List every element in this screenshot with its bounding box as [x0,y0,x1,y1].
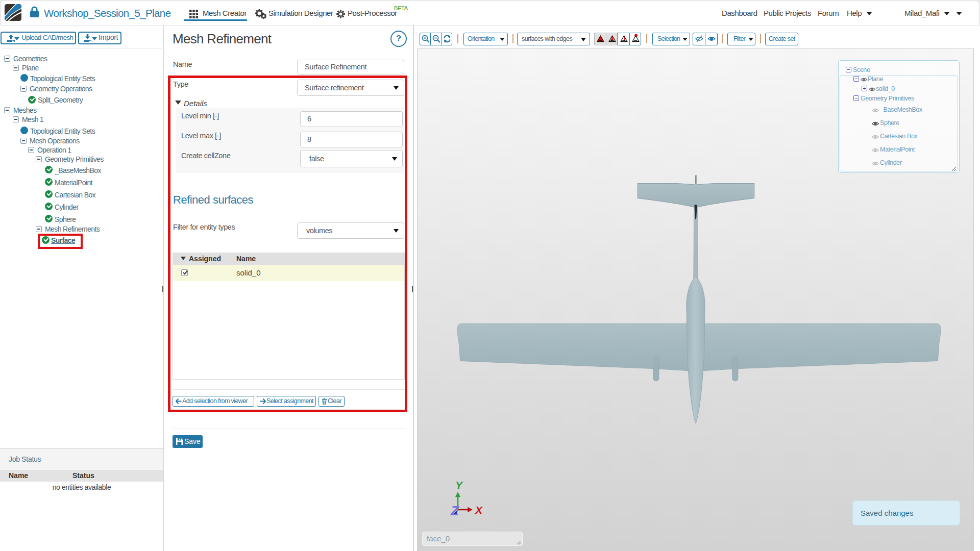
svg-text:Z: Z [450,503,459,518]
svg-text:X: X [475,504,483,516]
svg-text:Y: Y [455,479,463,491]
